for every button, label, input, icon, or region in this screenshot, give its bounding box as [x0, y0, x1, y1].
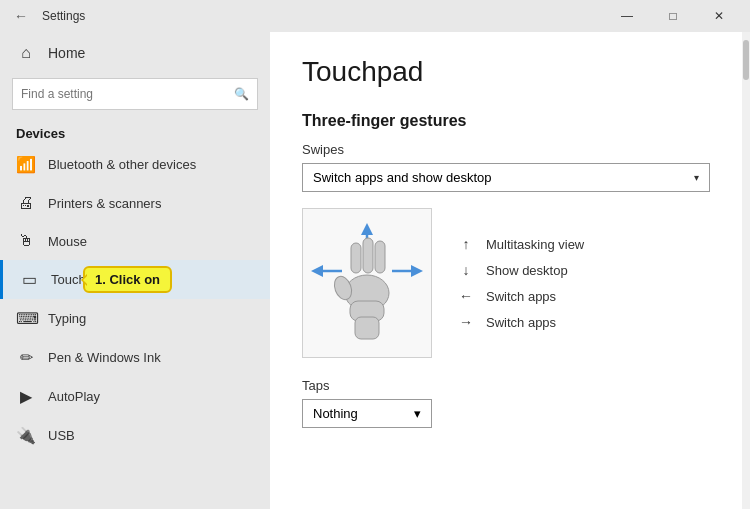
gesture-option-1-label: Show desktop	[486, 263, 568, 278]
taps-dropdown-value: Nothing	[313, 406, 358, 421]
usb-icon: 🔌	[16, 426, 36, 445]
callout-bubble: 1. Click on	[83, 266, 172, 293]
gesture-arrow-up-icon: ↑	[456, 236, 476, 252]
swipes-dropdown[interactable]: Switch apps and show desktop ▾	[302, 163, 710, 192]
gesture-options: ↑ Multitasking view ↓ Show desktop ← Swi…	[456, 208, 584, 358]
content-with-scroll: Touchpad Three-finger gestures Swipes Sw…	[270, 32, 750, 509]
hand-illustration	[302, 208, 432, 358]
sidebar-search-box[interactable]: 🔍	[12, 78, 258, 110]
swipes-label: Swipes	[302, 142, 710, 157]
sidebar-item-usb[interactable]: 🔌 USB	[0, 416, 270, 455]
sidebar-item-bluetooth-label: Bluetooth & other devices	[48, 157, 254, 172]
autoplay-icon: ▶	[16, 387, 36, 406]
typing-icon: ⌨	[16, 309, 36, 328]
sidebar-item-autoplay[interactable]: ▶ AutoPlay	[0, 377, 270, 416]
svg-rect-8	[351, 243, 361, 273]
close-button[interactable]: ✕	[696, 0, 742, 32]
gesture-arrow-left-icon: ←	[456, 288, 476, 304]
gesture-option-1: ↓ Show desktop	[456, 262, 584, 278]
gesture-option-0-label: Multitasking view	[486, 237, 584, 252]
taps-label: Taps	[302, 378, 710, 393]
sidebar-item-bluetooth[interactable]: 📶 Bluetooth & other devices	[0, 145, 270, 184]
touchpad-icon: ▭	[19, 270, 39, 289]
gesture-option-3: → Switch apps	[456, 314, 584, 330]
maximize-button[interactable]: □	[650, 0, 696, 32]
swipes-dropdown-arrow-icon: ▾	[694, 172, 699, 183]
svg-marker-5	[311, 265, 323, 277]
page-title: Touchpad	[302, 56, 710, 88]
search-icon: 🔍	[234, 87, 249, 101]
sidebar-item-typing-label: Typing	[48, 311, 254, 326]
sidebar-item-typing[interactable]: ⌨ Typing	[0, 299, 270, 338]
home-label: Home	[48, 45, 85, 61]
sidebar-item-autoplay-label: AutoPlay	[48, 389, 254, 404]
gesture-option-2: ← Switch apps	[456, 288, 584, 304]
sidebar-item-printers-label: Printers & scanners	[48, 196, 254, 211]
bluetooth-icon: 📶	[16, 155, 36, 174]
sidebar-section-title: Devices	[0, 118, 270, 145]
svg-marker-7	[411, 265, 423, 277]
sidebar-item-pen[interactable]: ✏ Pen & Windows Ink	[0, 338, 270, 377]
pen-icon: ✏	[16, 348, 36, 367]
gesture-option-0: ↑ Multitasking view	[456, 236, 584, 252]
taps-dropdown[interactable]: Nothing ▾	[302, 399, 432, 428]
sidebar-home-item[interactable]: ⌂ Home	[0, 32, 270, 74]
gesture-arrow-down-icon: ↓	[456, 262, 476, 278]
main-layout: ⌂ Home 🔍 Devices 📶 Bluetooth & other dev…	[0, 32, 750, 509]
title-bar-controls: — □ ✕	[604, 0, 742, 32]
title-bar: ← Settings — □ ✕	[0, 0, 750, 32]
swipes-dropdown-value: Switch apps and show desktop	[313, 170, 492, 185]
gesture-option-2-label: Switch apps	[486, 289, 556, 304]
taps-section: Taps Nothing ▾	[302, 378, 710, 428]
scrollbar-thumb[interactable]	[743, 40, 749, 80]
sidebar-item-mouse[interactable]: 🖱 Mouse	[0, 222, 270, 260]
taps-dropdown-arrow-icon: ▾	[414, 406, 421, 421]
svg-marker-1	[361, 223, 373, 235]
sidebar-item-touchpad[interactable]: ▭ Touchpad 1. Click on	[0, 260, 270, 299]
content-area: Touchpad Three-finger gestures Swipes Sw…	[270, 32, 742, 509]
printers-icon: 🖨	[16, 194, 36, 212]
title-bar-title: Settings	[42, 9, 85, 23]
sidebar-item-printers[interactable]: 🖨 Printers & scanners	[0, 184, 270, 222]
gesture-option-3-label: Switch apps	[486, 315, 556, 330]
sidebar-item-usb-label: USB	[48, 428, 254, 443]
back-button[interactable]: ←	[8, 4, 34, 28]
title-bar-nav: ←	[8, 4, 34, 28]
sidebar: ⌂ Home 🔍 Devices 📶 Bluetooth & other dev…	[0, 32, 270, 509]
svg-rect-9	[363, 238, 373, 273]
search-input[interactable]	[21, 87, 234, 101]
gestures-section-title: Three-finger gestures	[302, 112, 710, 130]
svg-rect-10	[375, 241, 385, 273]
sidebar-item-mouse-label: Mouse	[48, 234, 254, 249]
gesture-arrow-right-icon: →	[456, 314, 476, 330]
scrollbar[interactable]	[742, 32, 750, 509]
mouse-icon: 🖱	[16, 232, 36, 250]
minimize-button[interactable]: —	[604, 0, 650, 32]
svg-rect-14	[355, 317, 379, 339]
sidebar-item-pen-label: Pen & Windows Ink	[48, 350, 254, 365]
gesture-svg	[307, 213, 427, 353]
title-bar-left: ← Settings	[8, 4, 85, 28]
gesture-area: ↑ Multitasking view ↓ Show desktop ← Swi…	[302, 208, 710, 358]
home-icon: ⌂	[16, 44, 36, 62]
